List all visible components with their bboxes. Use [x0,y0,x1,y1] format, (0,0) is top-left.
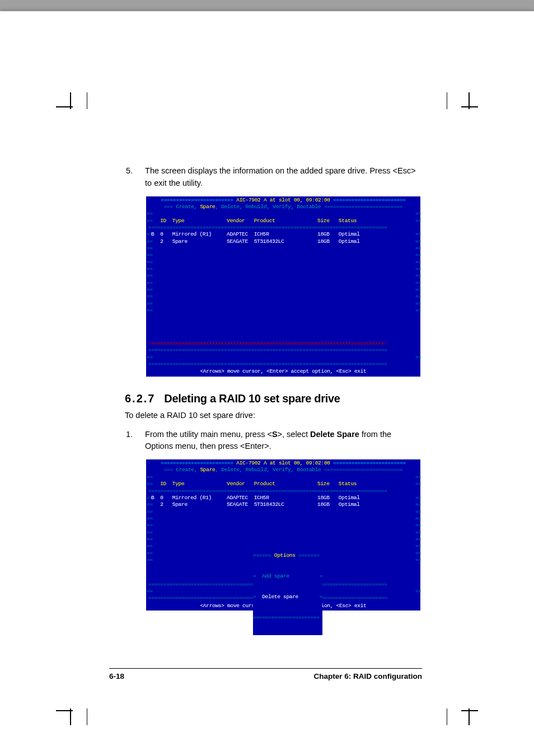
crop-mark-icon [81,706,98,722]
step-5: 5. The screen displays the information o… [126,165,422,190]
bios-menu: === Create, Spare, Delete, Rebuild, Veri… [147,204,420,210]
page-number: 6-18 [109,672,124,680]
chapter-title: Chapter 6: RAID configuration [313,672,422,680]
page: 5. The screen displays the information o… [0,11,534,756]
popup-option-add: Add spare [256,573,319,579]
section-heading: 6.2.7 Deleting a RAID 10 set spare drive [125,392,422,405]
bios-column-headers: == ID Type Vendor Product Size Status== [147,218,420,224]
content-area: 5. The screen displays the information o… [126,165,422,626]
table-row: ==B 0 Mirrored (R1) ADAPTEC ICH5R 18GB O… [147,495,420,501]
bios-separator-x: =xxxxxxxxxxxxxxxxxxxxxxxxxxxxxxxxxxxxxxx… [147,340,420,347]
step-number: 1. [126,429,143,441]
popup-option-delete: Delete spare [256,594,319,600]
step-number: 5. [126,165,143,177]
crop-mark-icon [81,95,98,112]
bios-column-headers: == ID Type Vendor Product Size Status== [147,481,420,487]
page-footer: 6-18 Chapter 6: RAID configuration [109,668,422,680]
bios-screenshot-1: ======================== AIC-7902 A at s… [146,196,420,377]
table-row: == 2 Spare SEAGATE ST318432LC 18GB Optim… [147,238,420,245]
crop-mark-icon [59,706,76,722]
table-row: == 2 Spare SEAGATE ST318432LC 18GB Optim… [147,501,420,508]
bios-separator: ========================================… [147,361,420,368]
bios-separator: ========================================… [147,488,420,495]
step-text: From the utility main menu, press <S>, s… [145,429,421,453]
step-1: 1. From the utility main menu, press <S>… [126,429,422,453]
crop-mark-icon [458,95,475,112]
bios-separator: ========================================… [147,224,420,231]
bios-title: ======================== AIC-7902 A at s… [147,197,420,204]
crop-mark-icon [59,95,76,112]
step-text: The screen displays the information on t… [145,165,421,190]
bios-title: ======================== AIC-7902 A at s… [147,460,420,467]
options-popup: ====== Options ======= = Add spare = = D… [253,539,322,636]
bios-body: == == == == == == == == == == == == == =… [147,245,420,340]
bios-body: == == == == == == == == == == == == == =… [147,509,420,581]
section-title: Deleting a RAID 10 set spare drive [164,392,340,405]
bios-footer-help: <Arrows> move cursor, <Enter> accept opt… [147,368,420,375]
bios-menu: === Create, Spare, Delete, Rebuild, Veri… [147,467,420,473]
section-number: 6.2.7 [125,392,155,405]
crop-mark-icon [439,95,456,112]
crop-mark-icon [439,706,456,722]
intro-text: To delete a RAID 10 set spare drive: [125,411,422,420]
bios-separator: ========================================… [147,347,420,354]
table-row: ==B 0 Mirrored (R1) ADAPTEC ICH5R 18GB O… [147,231,420,238]
crop-mark-icon [458,706,475,722]
bios-screenshot-2: ======================== AIC-7902 A at s… [146,459,420,611]
